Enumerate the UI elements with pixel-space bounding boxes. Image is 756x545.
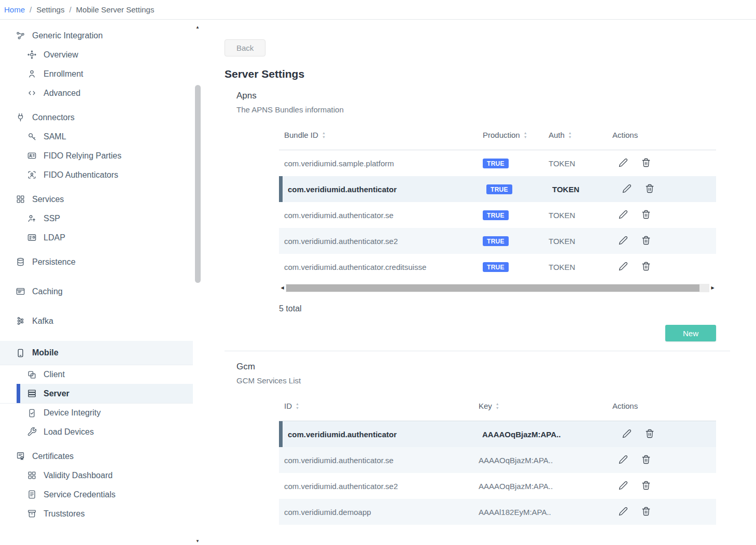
sidebar-item-label: Certificates bbox=[32, 452, 74, 461]
sidebar-item-client[interactable]: Client bbox=[0, 365, 193, 384]
apns-section-subtitle: The APNS Bundles information bbox=[236, 105, 729, 114]
edit-icon[interactable] bbox=[619, 455, 628, 464]
scan-person-icon bbox=[27, 170, 37, 180]
apns-section: Apns The APNS Bundles information Bundle… bbox=[225, 91, 729, 351]
edit-icon[interactable] bbox=[622, 184, 632, 193]
actions-cell bbox=[616, 184, 716, 195]
bundle-id-cell: com.veridiumid.authenticator bbox=[283, 185, 486, 194]
delete-icon[interactable] bbox=[641, 262, 651, 271]
column-header-id[interactable]: ID bbox=[279, 401, 479, 410]
delete-icon[interactable] bbox=[645, 429, 654, 438]
column-header-bundle-id[interactable]: Bundle ID bbox=[279, 131, 483, 139]
sidebar-item-validity-dashboard[interactable]: Validity Dashboard bbox=[0, 466, 193, 485]
delete-icon[interactable] bbox=[645, 184, 654, 193]
sort-icon[interactable] bbox=[524, 131, 527, 139]
horizontal-scrollbar[interactable]: ◀ ▶ bbox=[279, 283, 716, 292]
sidebar-item-advanced[interactable]: Advanced bbox=[0, 83, 193, 103]
scroll-up-icon[interactable]: ▲ bbox=[193, 24, 202, 31]
gcm-section-subtitle: GCM Services List bbox=[236, 376, 729, 385]
sidebar-item-load-devices[interactable]: Load Devices bbox=[0, 422, 193, 441]
client-icon bbox=[27, 370, 37, 380]
sort-icon[interactable] bbox=[568, 131, 572, 139]
bundle-id-cell: com.veridiumid.authenticator.creditsuiss… bbox=[279, 263, 483, 271]
page-title: Server Settings bbox=[225, 68, 729, 80]
sort-icon[interactable] bbox=[322, 131, 326, 139]
sidebar-item-server[interactable]: Server bbox=[17, 384, 193, 403]
edit-icon[interactable] bbox=[619, 481, 628, 490]
sidebar-item-ssp[interactable]: SSP bbox=[0, 209, 193, 228]
sidebar-item-services[interactable]: Services bbox=[0, 190, 193, 209]
column-header-key[interactable]: Key bbox=[479, 401, 612, 410]
edit-icon[interactable] bbox=[619, 262, 628, 271]
sidebar-item-device-integrity[interactable]: Device Integrity bbox=[0, 403, 193, 422]
certificate-icon bbox=[16, 451, 25, 461]
scrollbar-track[interactable] bbox=[286, 284, 709, 292]
sidebar-item-overview[interactable]: Overview bbox=[0, 45, 193, 64]
sidebar-item-caching[interactable]: Caching bbox=[0, 282, 193, 301]
delete-icon[interactable] bbox=[641, 158, 651, 167]
sidebar-scrollbar[interactable]: ▲ ▼ bbox=[193, 24, 202, 545]
production-badge: TRUE bbox=[483, 159, 509, 168]
sidebar-item-connectors[interactable]: Connectors bbox=[0, 108, 193, 127]
key-cell: AAAAOqBjazM:APA.. bbox=[479, 456, 612, 465]
bundle-id-cell: com.veridiumid.sample.platform bbox=[279, 159, 483, 168]
table-row[interactable]: com.veridiumid.authenticator.se AAAAOqBj… bbox=[279, 447, 716, 473]
sidebar-item-label: Generic Integration bbox=[32, 31, 103, 40]
column-header-auth[interactable]: Auth bbox=[549, 131, 612, 139]
sidebar-item-mobile[interactable]: Mobile bbox=[0, 341, 193, 365]
sort-icon[interactable] bbox=[296, 402, 299, 410]
sort-icon[interactable] bbox=[496, 402, 499, 410]
sidebar-item-service-credentials[interactable]: Service Credentials bbox=[0, 485, 193, 504]
scrollbar-thumb[interactable] bbox=[286, 284, 699, 292]
table-row[interactable]: com.veridiumid.authenticator.se TRUE TOK… bbox=[279, 202, 716, 228]
table-row[interactable]: com.veridiumid.sample.platform TRUE TOKE… bbox=[279, 150, 716, 176]
sidebar-item-enrollment[interactable]: Enrollment bbox=[0, 64, 193, 83]
actions-cell bbox=[612, 210, 716, 221]
edit-icon[interactable] bbox=[619, 236, 628, 245]
column-header-production[interactable]: Production bbox=[483, 131, 549, 139]
new-button[interactable]: New bbox=[665, 325, 716, 341]
scroll-right-icon[interactable]: ▶ bbox=[709, 285, 716, 290]
grid-icon bbox=[16, 194, 25, 204]
production-badge: TRUE bbox=[483, 262, 509, 272]
table-row[interactable]: com.veridiumid.authenticator.creditsuiss… bbox=[279, 254, 716, 280]
table-row[interactable]: com.veridiumid.authenticator.se2 AAAAOqB… bbox=[279, 473, 716, 499]
actions-cell bbox=[612, 236, 716, 247]
production-cell: TRUE bbox=[483, 262, 549, 272]
sidebar-item-fido-relying-parties[interactable]: FIDO Relying Parties bbox=[0, 146, 193, 165]
sidebar-item-persistence[interactable]: Persistence bbox=[0, 252, 193, 271]
sidebar-item-saml[interactable]: SAML bbox=[0, 127, 193, 146]
sidebar-item-label: Load Devices bbox=[44, 427, 94, 437]
id-cell: com.veridiumid.authenticator.se2 bbox=[279, 482, 479, 491]
edit-icon[interactable] bbox=[619, 158, 628, 167]
sidebar-item-label: Caching bbox=[32, 287, 63, 296]
table-row[interactable]: com.veridiumid.authenticator.se2 TRUE TO… bbox=[279, 228, 716, 254]
edit-icon[interactable] bbox=[619, 210, 628, 219]
sidebar-item-truststores[interactable]: Truststores bbox=[0, 504, 193, 523]
sidebar-item-kafka[interactable]: Kafka bbox=[0, 311, 193, 331]
edit-icon[interactable] bbox=[619, 507, 628, 516]
table-row[interactable]: com.veridiumid.demoapp AAAAl182EyM:APA.. bbox=[279, 499, 716, 525]
table-row-selected[interactable]: com.veridiumid.authenticator TRUE TOKEN bbox=[279, 176, 716, 202]
table-row-selected[interactable]: com.veridiumid.authenticator AAAAOqBjazM… bbox=[279, 421, 716, 447]
delete-icon[interactable] bbox=[641, 236, 651, 245]
gcm-section-title: Gcm bbox=[236, 362, 729, 372]
breadcrumb-separator: / bbox=[30, 5, 32, 14]
breadcrumb-home-link[interactable]: Home bbox=[4, 5, 25, 14]
document-icon bbox=[27, 490, 37, 499]
delete-icon[interactable] bbox=[641, 455, 651, 464]
sidebar-item-generic-integration[interactable]: Generic Integration bbox=[0, 26, 193, 45]
edit-icon[interactable] bbox=[622, 429, 632, 438]
scrollbar-thumb[interactable] bbox=[195, 85, 201, 283]
scroll-down-icon[interactable]: ▼ bbox=[193, 538, 202, 545]
sidebar-item-label: Kafka bbox=[32, 317, 53, 326]
sidebar-item-ldap[interactable]: LDAP bbox=[0, 228, 193, 247]
scroll-left-icon[interactable]: ◀ bbox=[279, 285, 286, 290]
delete-icon[interactable] bbox=[641, 210, 651, 219]
delete-icon[interactable] bbox=[641, 481, 651, 490]
breadcrumb-settings[interactable]: Settings bbox=[36, 5, 64, 14]
back-button[interactable]: Back bbox=[225, 39, 265, 56]
sidebar-item-certificates[interactable]: Certificates bbox=[0, 447, 193, 466]
sidebar-item-fido-authenticators[interactable]: FIDO Authenticators bbox=[0, 165, 193, 184]
delete-icon[interactable] bbox=[641, 507, 651, 516]
